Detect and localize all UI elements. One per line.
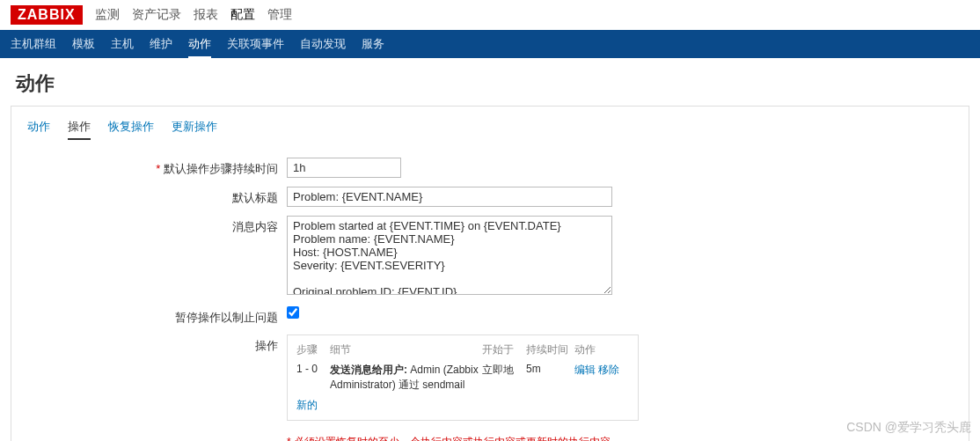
subnav-hostgroups[interactable]: 主机群组: [11, 36, 56, 52]
ops-steps: 1 - 0: [296, 363, 330, 393]
ops-h-steps: 步骤: [296, 342, 330, 357]
operations-table: 步骤 细节 开始于 持续时间 动作 1 - 0 发送消息给用户: Admin (…: [287, 334, 639, 421]
page-title: 动作: [0, 58, 980, 106]
tab-recovery[interactable]: 恢复操作: [108, 119, 154, 140]
sub-nav: 主机群组 模板 主机 维护 动作 关联项事件 自动发现 服务: [0, 30, 980, 58]
ops-new-link[interactable]: 新的: [296, 398, 318, 413]
logo: ZABBIX: [11, 5, 83, 25]
subnav-maintenance[interactable]: 维护: [150, 36, 172, 52]
nav-monitor[interactable]: 监测: [95, 7, 120, 23]
ops-h-dur: 持续时间: [526, 342, 574, 357]
ops-row: 1 - 0 发送消息给用户: Admin (Zabbix Administrat…: [296, 363, 629, 393]
top-bar: ZABBIX 监测 资产记录 报表 配置 管理: [0, 0, 980, 30]
form-tabs: 动作 操作 恢复操作 更新操作: [27, 119, 953, 140]
label-operations: 操作: [27, 334, 287, 421]
subnav-templates[interactable]: 模板: [72, 36, 95, 52]
tab-operations[interactable]: 操作: [68, 119, 91, 140]
subnav-actions[interactable]: 动作: [188, 36, 211, 59]
subnav-correlation[interactable]: 关联项事件: [227, 36, 284, 52]
tab-update[interactable]: 更新操作: [172, 119, 217, 140]
ops-edit-link[interactable]: 编辑: [574, 364, 596, 376]
validation-hint: 必须设置恢复时的至少一个执行内容或执行内容或更新时的执行内容。: [287, 435, 621, 441]
ops-start: 立即地: [482, 363, 526, 393]
ops-detail-prefix: 发送消息给用户:: [330, 364, 407, 376]
ops-h-act: 动作: [574, 342, 629, 357]
input-duration[interactable]: [287, 158, 401, 178]
checkbox-pause[interactable]: [287, 306, 299, 319]
ops-detail: 发送消息给用户: Admin (Zabbix Administrator) 通过…: [330, 363, 482, 393]
label-message: 消息内容: [27, 216, 287, 298]
input-message[interactable]: Problem started at {EVENT.TIME} on {EVEN…: [287, 216, 612, 295]
tab-action[interactable]: 动作: [27, 119, 50, 140]
subnav-hosts[interactable]: 主机: [111, 36, 134, 52]
label-duration: 默认操作步骤持续时间: [27, 158, 287, 178]
label-pause: 暂停操作以制止问题: [27, 306, 287, 326]
nav-config[interactable]: 配置: [230, 7, 255, 23]
nav-admin[interactable]: 管理: [267, 7, 292, 23]
watermark: CSDN @爱学习秃头鹿: [846, 420, 971, 436]
ops-actions: 编辑 移除: [574, 363, 629, 393]
label-subject: 默认标题: [27, 187, 287, 207]
ops-h-start: 开始于: [482, 342, 526, 357]
content-card: 动作 操作 恢复操作 更新操作 默认操作步骤持续时间 默认标题 消息内容 Pro…: [11, 106, 969, 441]
subnav-services[interactable]: 服务: [362, 36, 384, 52]
nav-inventory[interactable]: 资产记录: [132, 7, 181, 23]
ops-dur: 5m: [526, 363, 574, 393]
ops-header-row: 步骤 细节 开始于 持续时间 动作: [296, 342, 629, 357]
ops-h-detail: 细节: [330, 342, 482, 357]
nav-reports[interactable]: 报表: [194, 7, 218, 23]
ops-remove-link[interactable]: 移除: [598, 364, 619, 376]
input-subject[interactable]: [287, 187, 612, 207]
subnav-discovery[interactable]: 自动发现: [300, 36, 346, 52]
